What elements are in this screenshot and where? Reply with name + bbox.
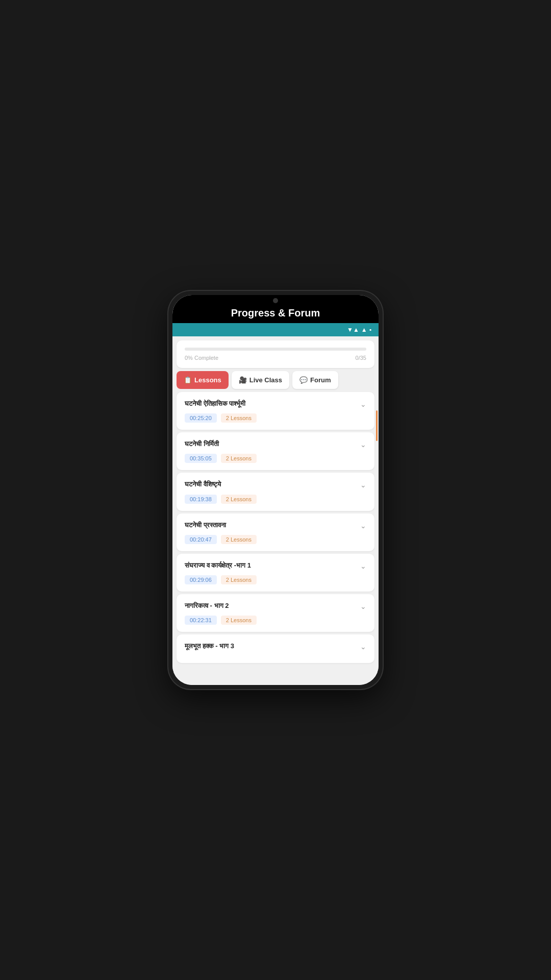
sections-list: घटनेची ऐतिहासिक पार्श्भूमी ⌄ 00:25:20 2 … [172,392,379,667]
section-meta: 00:35:05 2 Lessons [185,454,366,463]
section-meta: 00:29:06 2 Lessons [185,575,366,584]
duration-badge: 00:22:31 [185,616,217,625]
section-header: नागरिकत्व - भाग 2 ⌄ [185,601,366,610]
tab-forum[interactable]: 💬 Forum [292,371,338,389]
phone-frame: Progress & Forum ▼▲ ▲ ▪ 0% Complete 0/35 [168,291,383,689]
lessons-badge: 2 Lessons [221,535,257,544]
live-class-icon: 🎥 [239,376,247,384]
section-header: घटनेची निर्मिती ⌄ [185,439,366,449]
count-label: 0/35 [356,355,366,361]
content-area[interactable]: 0% Complete 0/35 📋 Lessons 🎥 Live Class … [172,336,379,685]
chevron-down-icon: ⌄ [360,602,366,610]
chevron-down-icon: ⌄ [360,562,366,570]
chevron-down-icon: ⌄ [360,643,366,651]
lessons-badge: 2 Lessons [221,413,257,423]
section-title: मूलभूत हक्क - भाग 3 [185,642,356,651]
tabs-container: 📋 Lessons 🎥 Live Class 💬 Forum [177,371,374,389]
section-title: नागरिकत्व - भाग 2 [185,601,356,610]
status-bar: ▼▲ ▲ ▪ [172,323,379,336]
phone-title-bar: Progress & Forum [172,295,379,323]
section-title: घटनेची वैशिष्ट्ये [185,480,356,489]
battery-icon: ▪ [369,326,371,333]
lessons-icon: 📋 [184,376,192,384]
camera-cutout [273,298,278,303]
section-header: संघराज्य व कार्यक्षेत्र -भाग 1 ⌄ [185,561,366,570]
section-meta: 00:22:31 2 Lessons [185,616,366,625]
section-header: घटनेची ऐतिहासिक पार्श्भूमी ⌄ [185,399,366,408]
chevron-down-icon: ⌄ [360,522,366,530]
section-meta: 00:20:47 2 Lessons [185,535,366,544]
section-title: घटनेची ऐतिहासिक पार्श्भूमी [185,399,356,408]
duration-badge: 00:29:06 [185,575,217,584]
section-header: मूलभूत हक्क - भाग 3 ⌄ [185,642,366,651]
section-card[interactable]: मूलभूत हक्क - भाग 3 ⌄ [177,634,374,663]
tab-lessons-label: Lessons [194,376,221,384]
complete-label: 0% Complete [185,355,218,361]
chevron-down-icon: ⌄ [360,481,366,489]
lessons-badge: 2 Lessons [221,616,257,625]
section-card[interactable]: घटनेची निर्मिती ⌄ 00:35:05 2 Lessons [177,432,374,470]
progress-labels: 0% Complete 0/35 [185,355,366,361]
section-meta: 00:19:38 2 Lessons [185,495,366,504]
section-header: घटनेची वैशिष्ट्ये ⌄ [185,480,366,489]
page-title: Progress & Forum [181,307,370,319]
section-meta: 00:25:20 2 Lessons [185,413,366,423]
section-card[interactable]: घटनेची वैशिष्ट्ये ⌄ 00:19:38 2 Lessons [177,473,374,510]
section-title: संघराज्य व कार्यक्षेत्र -भाग 1 [185,561,356,570]
progress-bar-container [185,348,366,351]
chevron-down-icon: ⌄ [360,440,366,449]
duration-badge: 00:25:20 [185,413,217,423]
duration-badge: 00:20:47 [185,535,217,544]
section-title: घटनेची प्रस्तावना [185,521,356,530]
section-card[interactable]: घटनेची ऐतिहासिक पार्श्भूमी ⌄ 00:25:20 2 … [177,392,374,430]
duration-badge: 00:35:05 [185,454,217,463]
signal-icon: ▲ [361,326,367,333]
forum-icon: 💬 [299,376,308,384]
tab-live-class[interactable]: 🎥 Live Class [232,371,289,389]
section-card[interactable]: नागरिकत्व - भाग 2 ⌄ 00:22:31 2 Lessons [177,594,374,632]
progress-card: 0% Complete 0/35 [177,340,374,368]
section-title: घटनेची निर्मिती [185,439,356,449]
duration-badge: 00:19:38 [185,495,217,504]
section-card[interactable]: घटनेची प्रस्तावना ⌄ 00:20:47 2 Lessons [177,513,374,551]
lessons-badge: 2 Lessons [221,575,257,584]
chevron-down-icon: ⌄ [360,400,366,408]
section-header: घटनेची प्रस्तावना ⌄ [185,521,366,530]
tab-lessons[interactable]: 📋 Lessons [177,371,229,389]
wifi-icon: ▼▲ [347,326,359,333]
section-card[interactable]: संघराज्य व कार्यक्षेत्र -भाग 1 ⌄ 00:29:0… [177,554,374,592]
lessons-badge: 2 Lessons [221,495,257,504]
lessons-badge: 2 Lessons [221,454,257,463]
tab-forum-label: Forum [310,376,331,384]
tab-live-class-label: Live Class [249,376,282,384]
status-icons: ▼▲ ▲ ▪ [347,326,371,333]
scroll-indicator [376,410,378,441]
